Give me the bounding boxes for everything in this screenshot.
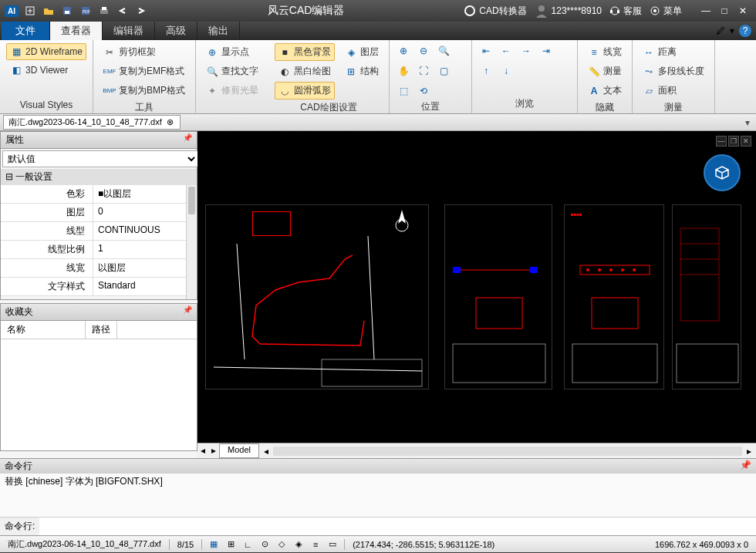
horizontal-scrollbar[interactable] (273, 447, 742, 456)
last-icon[interactable]: ⇥ (538, 43, 554, 59)
arc-icon: ◡ (278, 85, 291, 97)
favorites-header: 收藏夹 📌 (1, 304, 197, 321)
zoom-extents-icon[interactable]: ⛶ (416, 63, 431, 79)
first-icon[interactable]: ⇤ (478, 43, 494, 59)
redo-icon[interactable] (134, 4, 148, 18)
trim-halo-button[interactable]: ✦修剪光晕 (202, 82, 262, 99)
undo-icon[interactable] (116, 4, 130, 18)
tab-editor[interactable]: 编辑器 (103, 22, 155, 40)
print-icon[interactable] (97, 4, 111, 18)
model-tab[interactable]: Model (219, 443, 259, 458)
copy-bmp-button[interactable]: BMP复制为BMP格式 (100, 82, 189, 99)
trim-icon: ✦ (206, 85, 218, 97)
menu-button[interactable]: 菜单 (650, 5, 682, 18)
pan-icon[interactable]: ✋ (396, 63, 411, 79)
next-icon[interactable]: → (518, 43, 534, 59)
zoom-box-icon[interactable]: ▢ (436, 63, 451, 79)
pin-icon[interactable]: 📌 (183, 133, 192, 147)
grid-toggle-icon[interactable]: ▦ (207, 538, 221, 551)
document-tab[interactable]: 南汇.dwg2023-06-14_10_10_48_777.dxf ⊗ (3, 115, 181, 130)
dropdown-icon[interactable]: ▾ (730, 25, 734, 36)
osnap-toggle-icon[interactable]: ◇ (275, 538, 289, 551)
copy-emf-button[interactable]: EMF复制为EMF格式 (100, 62, 189, 80)
statusbar: 南汇.dwg2023-06-14_10_10_48_777.dxf 8/15 ▦… (0, 535, 756, 552)
main-area: 属性 📌 默认值 ⊟ 一般设置 色彩■以图层 图层0 线型CONTINUOUS … (0, 131, 756, 458)
titlebar: AI PDF 风云CAD编辑器 CAD转换器 123****8910 客服 菜单… (0, 0, 756, 22)
user-account[interactable]: 123****8910 (535, 4, 602, 18)
tab-viewer[interactable]: 查看器 (50, 22, 103, 40)
save-icon[interactable] (60, 4, 74, 18)
pin-icon[interactable]: 📌 (183, 305, 192, 319)
down-icon[interactable]: ↓ (498, 63, 514, 79)
close-tab-icon[interactable]: ⊗ (165, 117, 175, 127)
scroll-left-icon[interactable]: ◂ (264, 446, 268, 457)
svg-rect-40 (677, 344, 738, 383)
properties-section[interactable]: ⊟ 一般设置 (1, 169, 197, 185)
app-logo[interactable]: AI (5, 5, 19, 17)
help-icon[interactable]: ? (739, 25, 751, 37)
linewidth-button[interactable]: ≡线宽 (584, 43, 626, 61)
zoom-out-icon[interactable]: ⊖ (416, 43, 431, 59)
find-text-button[interactable]: 🔍查找文字 (202, 62, 262, 80)
area-button[interactable]: ▱面积 (639, 82, 708, 99)
layer-button[interactable]: ◈图层 (341, 43, 383, 61)
prev-icon[interactable]: ← (498, 43, 514, 59)
measure-button[interactable]: 📏测量 (584, 62, 626, 80)
text-button[interactable]: A文本 (584, 82, 626, 99)
canvas-restore-icon[interactable]: ❐ (728, 136, 739, 147)
svg-text:■■■■: ■■■■ (571, 212, 582, 217)
show-point-button[interactable]: ⊕显示点 (202, 43, 262, 61)
new-icon[interactable] (23, 4, 37, 18)
tab-output[interactable]: 输出 (197, 22, 240, 40)
bw-draw-button[interactable]: ◐黑白绘图 (275, 62, 335, 80)
settings-icon[interactable]: 🖉 (716, 25, 725, 36)
canvas-minimize-icon[interactable]: — (716, 136, 727, 147)
zoom-fit-icon[interactable]: ⬚ (396, 83, 411, 99)
scrollbar[interactable] (186, 185, 197, 299)
status-page: 8/15 (174, 540, 197, 549)
command-label: 命令行: (0, 518, 39, 535)
scroll-right-icon[interactable]: ▸ (747, 446, 751, 457)
clip-frame-button[interactable]: ✂剪切框架 (100, 43, 189, 61)
zoom-realtime-icon[interactable]: ⟲ (416, 83, 431, 99)
ortho-toggle-icon[interactable]: ∟ (241, 538, 255, 551)
bw-icon: ◐ (278, 66, 291, 78)
smooth-arc-button[interactable]: ◡圆滑弧形 (275, 82, 335, 99)
zoom-window-icon[interactable]: 🔍 (436, 43, 451, 59)
maximize-button[interactable]: □ (716, 4, 733, 18)
black-bg-button[interactable]: ■黑色背景 (275, 43, 335, 61)
tab-advanced[interactable]: 高级 (155, 22, 197, 40)
group-label: CAD绘图设置 (275, 101, 383, 114)
nav-cube[interactable] (704, 154, 741, 191)
properties-default-select[interactable]: 默认值 (2, 150, 198, 167)
support-button[interactable]: 客服 (609, 5, 642, 18)
zoom-in-icon[interactable]: ⊕ (396, 43, 411, 59)
tab-file[interactable]: 文件 (2, 22, 50, 40)
lwt-toggle-icon[interactable]: ≡ (309, 538, 322, 551)
tabs-overflow-icon[interactable]: ▾ (745, 117, 756, 128)
area-icon: ▱ (643, 85, 655, 97)
up-icon[interactable]: ↑ (478, 63, 494, 79)
drawing-canvas[interactable]: — ❐ ✕ (197, 131, 756, 443)
structure-button[interactable]: ⊞结构 (341, 62, 383, 80)
polar-toggle-icon[interactable]: ⊙ (258, 538, 272, 551)
wireframe-2d-button[interactable]: ▦2D Wireframe (6, 43, 86, 60)
command-input[interactable] (39, 518, 756, 535)
minimize-button[interactable]: — (697, 4, 714, 18)
polyline-length-button[interactable]: ⤳多段线长度 (639, 62, 708, 80)
tab-scroll-left-icon[interactable]: ◂ (197, 443, 208, 458)
tab-scroll-right-icon[interactable]: ▸ (208, 443, 219, 458)
svg-rect-8 (102, 7, 106, 10)
pin-icon[interactable]: 📌 (740, 460, 751, 473)
close-button[interactable]: ✕ (734, 4, 751, 18)
cad-converter-button[interactable]: CAD转换器 (464, 5, 526, 18)
save-pdf-icon[interactable]: PDF (79, 4, 93, 18)
snap-toggle-icon[interactable]: ⊞ (224, 538, 238, 551)
viewer-3d-button[interactable]: ◧3D Viewer (6, 62, 86, 79)
distance-button[interactable]: ↔距离 (639, 43, 708, 61)
canvas-close-icon[interactable]: ✕ (741, 136, 751, 147)
model-toggle-icon[interactable]: ▭ (326, 538, 339, 551)
svg-point-30 (598, 268, 601, 271)
otrack-toggle-icon[interactable]: ◈ (292, 538, 305, 551)
open-icon[interactable] (42, 4, 56, 18)
